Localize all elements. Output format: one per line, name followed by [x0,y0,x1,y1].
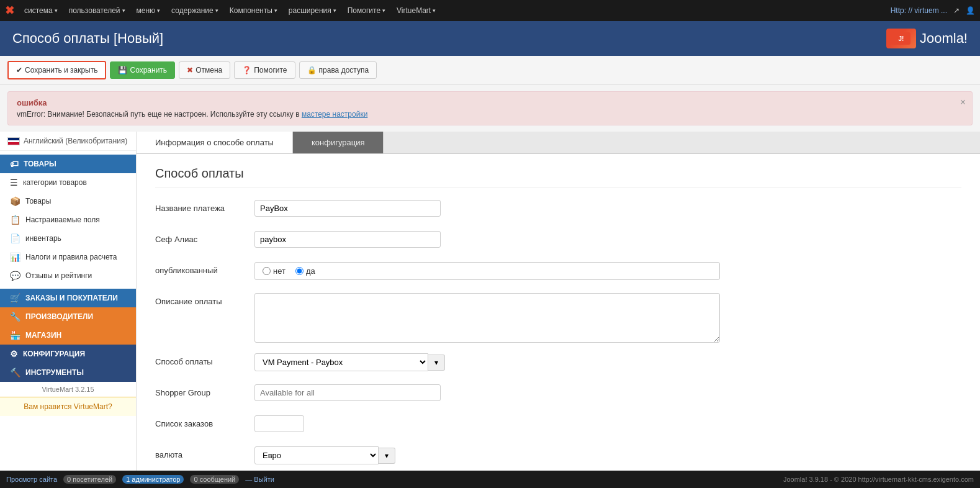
save-button[interactable]: 💾 Сохранить [110,61,175,79]
main-layout: Английский (Великобритания) 🏷 ТОВАРЫ ☰ к… [0,132,980,488]
chevron-down-icon: ▾ [157,7,160,14]
close-icon[interactable]: × [960,97,966,108]
payment-method-dropdown-btn[interactable]: ▾ [428,355,445,371]
menu-sistema[interactable]: система ▾ [19,0,63,21]
content-area: Информация о способе оплаты конфигурация… [137,132,980,488]
chevron-down-icon: ▾ [122,7,125,14]
sidebar-item-taxes[interactable]: 📊 Налоги и правила расчета [0,248,136,266]
menu-users[interactable]: пользователей ▾ [64,0,130,21]
label-shopper-group: Shopper Group [155,384,254,397]
shop-icon: 🏪 [10,330,20,340]
chevron-down-icon: ▾ [433,7,436,14]
sidebar-item-custom-fields[interactable]: 📋 Настраиваемые поля [0,210,136,229]
sidebar-item-shop[interactable]: 🏪 МАГАЗИН [0,326,136,345]
form-row-published: опубликованный нет да [155,262,961,284]
error-title: ошибка [17,98,963,107]
label-published: опубликованный [155,262,254,275]
menu-components[interactable]: Компоненты ▾ [225,0,282,21]
sidebar-item-inventory[interactable]: 📄 инвентарь [0,229,136,248]
tab-payment-info[interactable]: Информация о способе оплаты [137,132,293,153]
label-currency: валюта [155,446,254,459]
sidebar-item-reviews[interactable]: 💬 Отзывы и рейтинги [0,266,136,285]
header-bar: Способ оплаты [Новый] J! Joomla! [0,21,980,56]
error-link[interactable]: мастере настройки [302,110,367,119]
shopper-group-input[interactable] [254,384,441,401]
categories-icon: ☰ [10,178,18,188]
cancel-button[interactable]: ✖ Отмена [179,61,230,79]
content-tabs: Информация о способе оплаты конфигурация [137,132,980,154]
help-icon: ❓ [242,66,251,75]
control-payment-name [254,200,961,217]
external-link-icon: ↗ [953,6,960,15]
menu-extensions[interactable]: расширения ▾ [284,0,341,21]
error-message: vmError: Внимание! Безопасный путь еще н… [17,110,963,119]
radio-no-input[interactable] [263,267,271,275]
control-published: нет да [254,262,961,280]
toolbar: ✔ Сохранить и закрыть 💾 Сохранить ✖ Отме… [0,56,980,85]
label-order-list: Список заказов [155,415,254,428]
reviews-icon: 💬 [10,271,20,281]
messages-badge: 0 сообщений [190,475,239,484]
sidebar-item-products[interactable]: 📦 Товары [0,192,136,210]
payment-name-input[interactable] [254,200,441,217]
sidebar-promo[interactable]: Вам нравится VirtueMart? [0,397,136,416]
statusbar: Просмотр сайта 0 посетителей 1 администр… [0,471,980,488]
currency-select-wrap: Евро ▾ [254,446,961,464]
products-icon: 🏷 [10,159,19,169]
sidebar: Английский (Великобритания) 🏷 ТОВАРЫ ☰ к… [0,132,137,488]
copyright-text: Joomla! 3.9.18 - © 2020 http://virtuemar… [783,476,974,483]
tab-configuration[interactable]: конфигурация [293,132,384,153]
menu-menu[interactable]: меню ▾ [132,0,166,21]
control-payment-method: VM Payment - Paybox ▾ [254,353,961,371]
sidebar-item-config[interactable]: ⚙ КОНФИГУРАЦИЯ [0,345,136,363]
form-row-sef-alias: Сеф Алиас [155,231,961,253]
currency-select[interactable]: Евро [254,446,379,464]
config-icon: ⚙ [10,349,18,359]
radio-no[interactable]: нет [263,266,285,276]
order-list-input[interactable] [254,415,304,432]
currency-dropdown-btn[interactable]: ▾ [379,448,395,464]
radio-yes-input[interactable] [295,267,303,275]
form-row-payment-method: Способ оплаты VM Payment - Paybox ▾ [155,353,961,376]
joomla-brand: J! Joomla! [886,29,968,48]
user-icon[interactable]: 👤 [966,6,975,15]
sidebar-item-tools[interactable]: 🔨 ИНСТРУМЕНТЫ [0,363,136,382]
flag-icon [7,137,20,145]
cancel-icon: ✖ [187,66,193,75]
payment-method-select[interactable]: VM Payment - Paybox [254,353,428,371]
chevron-down-icon: ▾ [274,7,277,14]
help-button[interactable]: ❓ Помогите [234,61,295,79]
permissions-button[interactable]: 🔒 права доступа [299,61,377,79]
topbar-right: Http: // virtuem ... ↗ 👤 [891,6,975,15]
logout-link[interactable]: — Выйти [245,476,274,483]
fields-icon: 📋 [10,215,20,225]
tools-icon: 🔨 [10,368,20,377]
control-shopper-group [254,384,961,401]
control-order-list [254,415,961,432]
sef-alias-input[interactable] [254,231,441,248]
description-textarea[interactable] [254,293,720,343]
menu-content[interactable]: содержание ▾ [166,0,223,21]
view-site-link[interactable]: Просмотр сайта [6,476,57,483]
sidebar-item-tovary[interactable]: 🏷 ТОВАРЫ [0,155,136,173]
inventory-icon: 📄 [10,233,20,243]
chevron-down-icon: ▾ [55,7,58,14]
form-row-payment-name: Название платежа [155,200,961,222]
label-sef-alias: Сеф Алиас [155,231,254,244]
menu-virtuemart[interactable]: VirtueMart ▾ [392,0,441,21]
control-currency: Евро ▾ [254,446,961,464]
save-close-button[interactable]: ✔ Сохранить и закрыть [7,61,106,79]
sidebar-language: Английский (Великобритания) [0,132,136,151]
sidebar-item-orders[interactable]: 🛒 ЗАКАЗЫ И ПОКУПАТЕЛИ [0,289,136,307]
radio-yes[interactable]: да [295,266,315,276]
menu-help[interactable]: Помогите ▾ [343,0,390,21]
chevron-down-icon: ▾ [333,7,336,14]
control-description [254,293,961,345]
orders-icon: 🛒 [10,293,20,303]
form-row-order-list: Список заказов [155,415,961,438]
site-url-link[interactable]: Http: // virtuem ... [891,6,947,15]
error-banner: ошибка vmError: Внимание! Безопасный пут… [7,91,973,125]
sidebar-item-manufacturers[interactable]: 🔧 ПРОИЗВОДИТЕЛИ [0,307,136,326]
sidebar-item-categories[interactable]: ☰ категории товаров [0,173,136,192]
visitors-badge: 0 посетителей [63,475,116,484]
